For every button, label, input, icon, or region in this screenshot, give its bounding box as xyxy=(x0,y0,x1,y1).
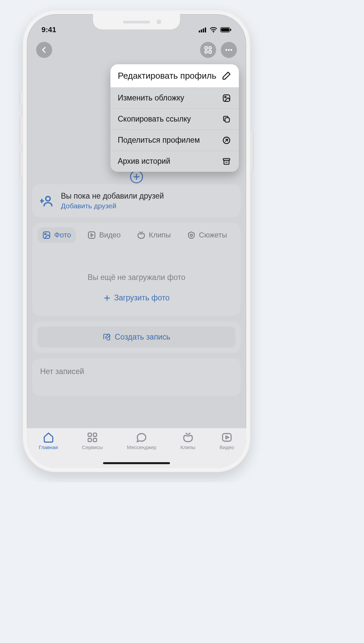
menu-edit-profile[interactable]: Редактировать профиль xyxy=(110,64,239,87)
upload-photo-link[interactable]: Загрузить фото xyxy=(37,293,236,302)
image-icon xyxy=(221,93,232,103)
tabbar-clips-label: Клипы xyxy=(180,444,195,450)
tab-clips[interactable]: Клипы xyxy=(132,227,176,243)
pencil-icon xyxy=(221,71,232,81)
menu-share-profile[interactable]: Поделиться профилем xyxy=(110,130,239,151)
svg-point-4 xyxy=(213,32,214,33)
tabbar-home[interactable]: Главная xyxy=(39,432,58,450)
menu-copy-link-label: Скопировать ссылку xyxy=(118,115,217,124)
tabbar-services-label: Сервисы xyxy=(82,444,103,450)
tab-stories[interactable]: Сюжеты xyxy=(182,227,232,243)
svg-rect-23 xyxy=(88,232,95,238)
create-post-button[interactable]: Создать запись xyxy=(37,327,236,348)
back-button[interactable] xyxy=(36,42,52,58)
tab-video[interactable]: Видео xyxy=(83,227,125,243)
svg-rect-6 xyxy=(221,28,229,31)
upload-photo-label: Загрузить фото xyxy=(114,293,170,302)
menu-change-cover[interactable]: Изменить обложку xyxy=(110,87,239,109)
phone-frame: 9:41 xyxy=(23,10,250,472)
svg-rect-27 xyxy=(88,433,91,436)
friends-card[interactable]: Вы пока не добавили друзей Добавить друз… xyxy=(32,184,241,217)
tabbar-video-label: Видео xyxy=(219,444,234,450)
svg-rect-28 xyxy=(93,433,97,436)
silence-switch xyxy=(20,90,23,104)
add-friend-icon xyxy=(40,194,54,208)
status-time: 9:41 xyxy=(41,25,56,34)
svg-point-18 xyxy=(46,196,50,201)
friends-title: Вы пока не добавили друзей xyxy=(61,192,164,201)
power-button xyxy=(250,131,253,171)
battery-icon xyxy=(220,27,232,32)
volume-down-button xyxy=(20,151,23,177)
svg-rect-8 xyxy=(205,47,207,49)
menu-edit-profile-label: Редактировать профиль xyxy=(118,70,217,81)
services-button[interactable] xyxy=(200,42,216,58)
tab-video-label: Видео xyxy=(99,231,121,239)
svg-point-34 xyxy=(225,96,226,97)
tab-photo-label: Фото xyxy=(54,231,71,239)
tabbar-services[interactable]: Сервисы xyxy=(82,432,103,450)
media-card: Фото Видео Клипы xyxy=(32,223,241,316)
menu-story-archive[interactable]: Архив историй xyxy=(110,151,239,172)
svg-rect-1 xyxy=(201,29,202,32)
svg-rect-11 xyxy=(209,51,211,53)
svg-rect-0 xyxy=(199,30,200,32)
menu-change-cover-label: Изменить обложку xyxy=(118,93,217,102)
svg-rect-30 xyxy=(93,438,97,442)
svg-marker-32 xyxy=(226,436,229,439)
menu-story-archive-label: Архив историй xyxy=(118,157,217,166)
tabbar-messenger-label: Мессенджер xyxy=(127,444,156,450)
archive-icon xyxy=(221,156,232,166)
tab-clips-label: Клипы xyxy=(149,231,171,239)
media-empty: Вы ещё не загружали фото xyxy=(37,273,236,282)
svg-point-22 xyxy=(45,233,46,235)
svg-rect-9 xyxy=(209,47,211,49)
copy-icon xyxy=(221,114,232,124)
svg-rect-31 xyxy=(222,434,231,441)
wifi-icon xyxy=(209,27,217,33)
svg-marker-24 xyxy=(91,234,93,237)
tabbar-video[interactable]: Видео xyxy=(219,432,234,450)
tabbar-messenger[interactable]: Мессенджер xyxy=(127,432,156,450)
add-friends-link[interactable]: Добавить друзей xyxy=(61,202,164,210)
svg-point-14 xyxy=(231,49,232,51)
svg-rect-3 xyxy=(205,27,206,32)
cellular-icon xyxy=(199,27,207,32)
tabbar-clips[interactable]: Клипы xyxy=(180,432,195,450)
menu-share-profile-label: Поделиться профилем xyxy=(118,136,217,145)
svg-point-12 xyxy=(225,49,227,51)
more-button[interactable] xyxy=(221,42,237,58)
svg-rect-2 xyxy=(203,28,204,32)
profile-menu-popover: Редактировать профиль Изменить обложку С… xyxy=(110,64,239,172)
no-entries-card: Нет записей xyxy=(32,358,241,396)
no-entries-label: Нет записей xyxy=(40,367,233,376)
create-post-card: Создать запись xyxy=(32,321,241,353)
status-bar: 9:41 xyxy=(27,14,246,38)
svg-rect-35 xyxy=(225,118,230,122)
home-indicator xyxy=(103,462,170,464)
volume-up-button xyxy=(20,117,23,144)
svg-rect-29 xyxy=(88,438,91,442)
svg-rect-10 xyxy=(205,51,207,53)
menu-copy-link[interactable]: Скопировать ссылку xyxy=(110,109,239,130)
tabbar-home-label: Главная xyxy=(39,444,58,450)
tab-stories-label: Сюжеты xyxy=(199,231,227,239)
svg-rect-7 xyxy=(230,29,231,31)
svg-point-13 xyxy=(228,49,230,51)
create-post-label: Создать запись xyxy=(115,333,170,342)
share-icon xyxy=(221,135,232,145)
tab-photo[interactable]: Фото xyxy=(37,227,76,243)
